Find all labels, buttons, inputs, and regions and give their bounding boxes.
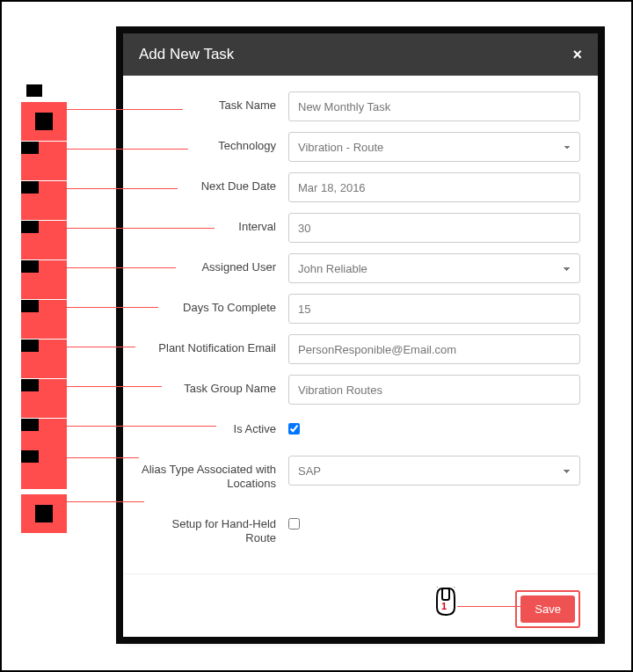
callout-is-active: [21, 419, 67, 457]
alias-type-select[interactable]: SAP: [288, 456, 580, 486]
days-to-complete-input[interactable]: [288, 294, 580, 324]
annotation-legend-square: [26, 84, 42, 97]
modal-header: Add New Task ×: [123, 33, 598, 76]
task-name-label: Task Name: [141, 91, 288, 113]
task-group-input[interactable]: [288, 375, 580, 405]
technology-select[interactable]: Vibration - Route: [288, 132, 580, 162]
close-icon[interactable]: ×: [572, 47, 582, 62]
callout-alias-type: [21, 450, 67, 489]
plant-email-label: Plant Notification Email: [141, 334, 288, 355]
assigned-user-select[interactable]: John Reliable: [288, 253, 580, 283]
callout-plant-email: [21, 340, 67, 378]
task-name-input[interactable]: [288, 91, 580, 121]
add-task-modal: Add New Task × Task Name Technology Vibr…: [123, 33, 598, 637]
modal-body: Task Name Technology Vibration - Route N…: [123, 76, 598, 573]
task-group-label: Task Group Name: [141, 375, 288, 396]
days-to-complete-label: Days To Complete: [141, 294, 288, 315]
next-due-date-input[interactable]: [288, 172, 580, 202]
callout-task-group: [21, 379, 67, 418]
callout-interval: [21, 221, 67, 259]
callout-hand-held: [21, 494, 67, 533]
plant-email-input[interactable]: [288, 334, 580, 364]
alias-type-label: Alias Type Associated with Locations: [141, 456, 288, 492]
is-active-checkbox[interactable]: [288, 423, 300, 435]
save-highlight-box: Save: [515, 590, 580, 628]
interval-input[interactable]: [288, 213, 580, 243]
assigned-user-label: Assigned User: [141, 253, 288, 274]
next-due-date-label: Next Due Date: [141, 172, 288, 194]
callout-next-due-date: [21, 181, 67, 220]
callout-technology: [21, 142, 67, 180]
interval-label: Interval: [141, 213, 288, 234]
hand-held-label: Setup for Hand-Held Route: [141, 510, 288, 546]
is-active-label: Is Active: [141, 415, 288, 436]
save-button[interactable]: Save: [520, 595, 575, 623]
modal-footer: Save: [123, 573, 598, 647]
callout-days-to-complete: [21, 300, 67, 339]
callout-task-name: [21, 102, 67, 141]
modal-title: Add New Task: [139, 46, 234, 63]
hand-held-checkbox[interactable]: [288, 518, 300, 530]
technology-label: Technology: [141, 132, 288, 153]
callout-assigned-user: [21, 260, 67, 299]
